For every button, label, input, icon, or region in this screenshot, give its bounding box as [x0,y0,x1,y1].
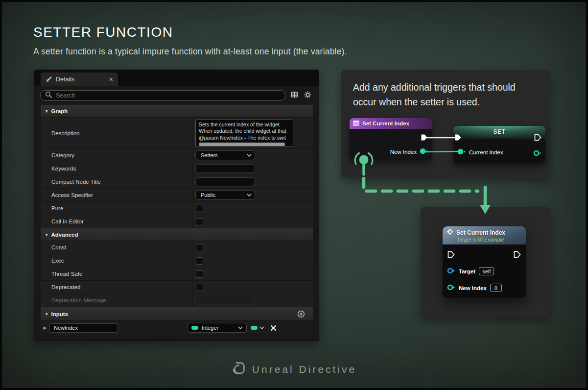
container-type-pill-icon [251,326,258,330]
entry-node-title: Set Current Index [362,121,409,126]
tab-strip: Details × [34,70,319,86]
deprecated-checkbox[interactable] [196,284,203,291]
category-label: Category [41,149,192,162]
exec-label: Exec [41,254,192,267]
chevron-down-icon [243,151,255,160]
chevron-down-icon [259,326,264,329]
exec-output-pin[interactable] [421,134,428,143]
access-specifier-dropdown[interactable]: Public [195,190,255,200]
set-node-title: SET [453,126,545,139]
chevron-down-icon [243,191,255,199]
description-field[interactable]: Sets the current index of the widget. Wh… [195,120,293,147]
deprecated-label: Deprecated [41,281,192,293]
search-field[interactable] [56,92,283,99]
remove-input-button[interactable] [270,325,277,331]
new-index-output-pin[interactable] [420,148,428,155]
deprecation-message-field [195,296,255,305]
collapse-arrow-icon: ▾ [46,312,48,317]
brand-footer: Unreal Directive [2,361,586,377]
collapse-arrow-icon: ▾ [46,232,48,237]
row-thread-safe: Thread Safe [41,268,313,281]
current-index-output-pin[interactable] [533,149,541,158]
current-index-input-pin[interactable] [457,148,466,156]
section-advanced[interactable]: ▾ Advanced [41,228,313,241]
section-advanced-label: Advanced [51,232,78,238]
row-input-newindex: ▶ Integer [41,321,313,335]
exec-checkbox[interactable] [196,257,203,265]
function-entry-node[interactable]: Set Current Index New Index [350,118,432,160]
section-graph[interactable]: ▾ Graph [41,105,313,118]
dashed-guide-line [364,178,478,191]
input-type-dropdown[interactable]: Integer [187,323,247,333]
description-line: Sets the current index of the widget. [199,122,293,128]
search-icon [45,91,52,100]
row-category: Category Setters [41,149,313,162]
description-scrollbar[interactable] [199,143,285,146]
input-name-field[interactable] [49,323,118,333]
pure-label: Pure [41,202,192,215]
view-options-icon[interactable] [290,91,299,100]
add-input-button[interactable] [297,310,305,318]
current-index-pin-label: Current Index [469,149,503,155]
row-description: Description Sets the current index of th… [41,118,313,149]
compact-node-title-field[interactable] [195,177,255,186]
const-checkbox[interactable] [196,244,203,251]
exec-output-pin[interactable] [514,251,521,260]
integer-type-pill-icon [191,326,198,330]
description-line: @param NewIndex - The index to swit [199,135,293,142]
row-pure: Pure [41,202,313,215]
compact-node-title-label: Compact Node Title [41,175,192,188]
container-type-dropdown[interactable] [251,326,264,330]
brand-name: Unreal Directive [252,364,356,375]
expand-row-icon[interactable]: ▶ [41,325,49,330]
variable-set-node[interactable]: SET Current Index [453,126,545,164]
settings-gear-icon[interactable] [304,91,312,101]
target-input-pin[interactable] [447,268,455,275]
input-type-value: Integer [202,325,218,331]
pencil-icon [46,75,52,84]
unreal-directive-logo-icon [232,361,246,377]
category-dropdown[interactable]: Setters [195,150,255,160]
collapse-arrow-icon: ▾ [46,109,48,114]
function-diamond-icon [447,228,453,237]
pure-checkbox[interactable] [196,205,203,212]
keywords-label: Keywords [41,162,192,175]
row-const: Const [41,241,313,254]
widget-icon [353,121,359,127]
description-line: When updated, the child widget at that [199,128,293,135]
const-label: Const [41,241,192,254]
new-index-pin-label: New Index [390,149,417,155]
call-in-editor-label: Call In Editor [41,215,192,228]
new-index-pin-label: New Index [459,285,487,291]
call-node-title: Set Current Index [456,229,505,236]
search-row [34,86,319,105]
target-value-field[interactable]: self [479,267,494,275]
exec-input-pin[interactable] [447,251,455,260]
search-input[interactable] [40,90,285,101]
row-deprecation-message: Deprecation Message [41,294,313,307]
page-subtitle: A setter function is a typical impure fu… [33,47,347,57]
exec-input-pin[interactable] [454,134,462,143]
call-in-editor-checkbox[interactable] [196,218,203,225]
tab-details[interactable]: Details × [41,73,118,86]
description-label: Description [41,118,192,148]
page-title: SETTER FUNCTION [33,24,173,40]
row-access-specifier: Access Specifier Public [41,189,313,202]
instruction-text: Add any additional triggers that should … [353,80,540,109]
row-deprecated: Deprecated [41,281,313,294]
close-icon[interactable]: × [109,76,113,83]
details-rows: ▾ Graph Description Sets the current ind… [41,105,313,335]
call-node-subtitle: Target is W Example [457,237,522,243]
exec-output-pin[interactable] [534,134,541,143]
thread-safe-checkbox[interactable] [196,270,203,278]
section-inputs[interactable]: ▾ Inputs [41,307,313,321]
set-current-index-call-node[interactable]: Set Current Index Target is W Example Ta… [443,226,526,298]
new-index-input-pin[interactable] [447,284,455,292]
deprecation-message-label: Deprecation Message [41,294,192,307]
row-compact-node-title: Compact Node Title [41,175,313,189]
new-index-value-field[interactable]: 0 [490,284,502,292]
row-exec: Exec [41,254,313,268]
section-inputs-label: Inputs [51,311,69,317]
keywords-field[interactable] [195,164,255,173]
category-value: Setters [196,152,243,158]
